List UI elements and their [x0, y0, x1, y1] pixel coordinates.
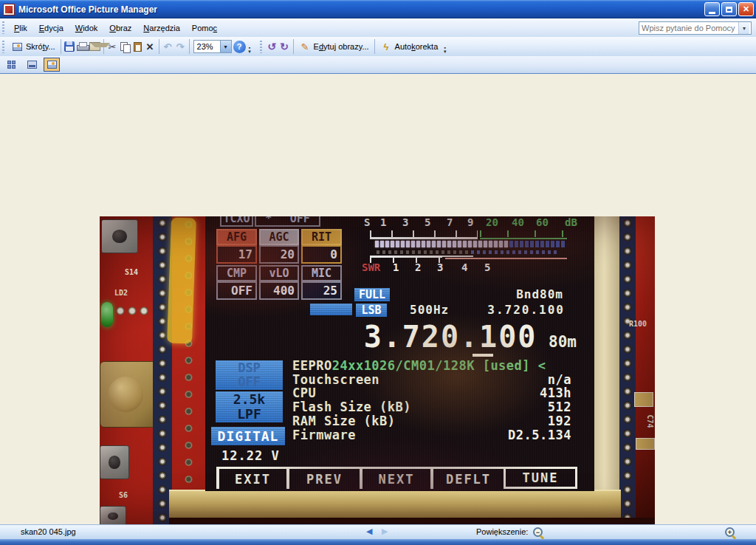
restore-button[interactable] [721, 2, 737, 16]
delete-icon: ✕ [146, 41, 154, 52]
title-bar: Microsoft Office Picture Manager ✕ [0, 0, 756, 18]
kapton-tape [167, 217, 196, 343]
status-bar: skan20 045.jpg ◀ ▶ Powiększenie: − + [0, 524, 756, 539]
restore-icon [726, 7, 732, 13]
shortcut-window-icon [11, 41, 24, 53]
smd-capacitor [636, 438, 655, 450]
minimize-button[interactable] [704, 2, 720, 16]
pcb-label-s14: S14 [125, 268, 138, 276]
info-row-touchscreen: Touchscreenn/a [292, 373, 571, 387]
next-picture-button[interactable]: ▶ [382, 527, 388, 536]
soft-button-row: EXIT PREV NEXT DEFLT TUNE [216, 467, 577, 489]
softkey-prev: PREV [286, 467, 360, 489]
pin-holes [114, 305, 148, 317]
filmstrip-view-button[interactable] [24, 58, 40, 72]
help-search-box[interactable]: ▾ [639, 21, 752, 35]
views-toolbar [0, 56, 756, 74]
app-icon [3, 4, 15, 16]
menu-widok[interactable]: Widok [69, 21, 104, 35]
softkey-next: NEXT [360, 467, 430, 489]
help-button[interactable]: ? [233, 41, 246, 53]
span-button: FULL [354, 288, 390, 301]
rotate-left-icon: ↺ [267, 41, 276, 52]
menu-obraz[interactable]: Obraz [103, 21, 137, 35]
grid-value-rit: 0 [301, 245, 342, 264]
thumbnail-view-button[interactable] [4, 58, 20, 72]
pcb-label-ld2: LD2 [114, 289, 128, 297]
redo-icon: ↷ [176, 41, 185, 52]
menu-narzedzia[interactable]: Narzędzia [137, 21, 186, 35]
grid-header-afg: AFG [216, 229, 257, 245]
digital-button: DIGITAL [211, 427, 285, 445]
toolbar-grip[interactable] [260, 41, 262, 53]
grid-header-mic: MIC [301, 265, 342, 281]
delete-button[interactable]: ✕ [144, 41, 157, 53]
help-search-input[interactable] [639, 23, 738, 33]
close-button[interactable]: ✕ [738, 2, 754, 16]
memory-frequency: 3.720.100 [471, 303, 565, 317]
dsp-button: DSPOFF [216, 360, 283, 390]
previous-picture-button[interactable]: ◀ [366, 527, 372, 536]
rotate-left-button[interactable]: ↺ [266, 41, 278, 53]
undo-button[interactable]: ↶ [162, 41, 174, 53]
s-meter-bar [375, 241, 565, 247]
blue-indicator-bar [310, 304, 352, 315]
pcb-label-s6: S6 [119, 491, 128, 499]
single-picture-view-icon [47, 61, 57, 69]
toolbar-grip[interactable] [2, 41, 4, 53]
help-search-dropdown-icon[interactable]: ▾ [738, 22, 749, 34]
toolbar-options-button[interactable]: ▪▾ [246, 38, 254, 55]
grid-header-vlo: vLO [259, 265, 299, 281]
email-button[interactable] [89, 41, 101, 53]
lcd-bezel-bottom [169, 490, 621, 519]
grid-value-mic: 25 [301, 281, 342, 300]
tcxo-value: *OFF [255, 216, 320, 227]
zoom-value[interactable]: 23% [193, 40, 221, 53]
filmstrip-view-icon [27, 61, 37, 69]
single-picture-view-button[interactable] [44, 58, 60, 72]
shortcuts-button[interactable]: Skróty... [8, 38, 58, 55]
rotate-right-button[interactable]: ↻ [278, 41, 291, 53]
save-button[interactable] [63, 41, 76, 53]
redo-button[interactable]: ↷ [174, 41, 187, 53]
tact-switch [101, 219, 138, 253]
zoom-combobox[interactable]: 23% ▾ [193, 40, 232, 53]
menu-edycja[interactable]: Edycja [33, 21, 69, 35]
application-window: { "window": { "title": "Microsoft Office… [0, 0, 756, 545]
window-title: Microsoft Office Picture Manager [18, 4, 157, 15]
tact-switch [100, 506, 126, 527]
zoom-dropdown-icon[interactable]: ▾ [221, 40, 232, 53]
print-icon [77, 42, 88, 52]
db-meter-scale [480, 230, 567, 239]
pcb-label-r100: R100 [629, 320, 647, 328]
menu-pomoc[interactable]: Pomoc [186, 21, 223, 35]
paste-button[interactable] [131, 41, 144, 53]
softkey-deflt: DEFLT [430, 467, 504, 489]
window-bottom-edge [0, 539, 756, 545]
softkey-exit: EXIT [216, 467, 286, 489]
autocorrect-icon: ϟ [380, 41, 393, 53]
rotate-right-icon: ↻ [280, 41, 289, 52]
toolbar-options-button[interactable]: ▪▾ [441, 38, 449, 55]
lcd-screen: TCXO *OFF AFG AGC RIT 17 20 0 CMP vLO MI… [205, 216, 594, 491]
print-button[interactable] [76, 41, 89, 53]
menu-plik[interactable]: Plik [8, 21, 33, 35]
grid-value-agc: 20 [259, 245, 299, 264]
zoom-out-icon[interactable]: − [533, 527, 543, 537]
current-filename: skan20 045.jpg [21, 527, 76, 536]
grid-header-rit: RIT [301, 229, 342, 245]
minimize-icon [709, 12, 715, 14]
zoom-in-icon[interactable]: + [725, 527, 735, 537]
copy-button[interactable] [119, 41, 131, 53]
toolbar-grip[interactable] [2, 21, 4, 34]
zoom-slider-label: Powiększenie: [476, 527, 528, 536]
help-icon: ? [233, 41, 246, 53]
close-icon: ✕ [743, 4, 749, 14]
vfo-frequency: 3.720.100 [362, 320, 539, 354]
autocorrect-button[interactable]: ϟ Autokorekta [377, 38, 441, 55]
displayed-photo: S14 LD2 S6 R100 C74 TCXO *OFF [100, 216, 655, 527]
supply-voltage: 12.22 V [221, 448, 280, 463]
grid-header-agc: AGC [259, 229, 299, 245]
edit-pictures-button[interactable]: ✎ Edytuj obrazy... [296, 38, 372, 55]
smd-capacitor [634, 392, 653, 407]
